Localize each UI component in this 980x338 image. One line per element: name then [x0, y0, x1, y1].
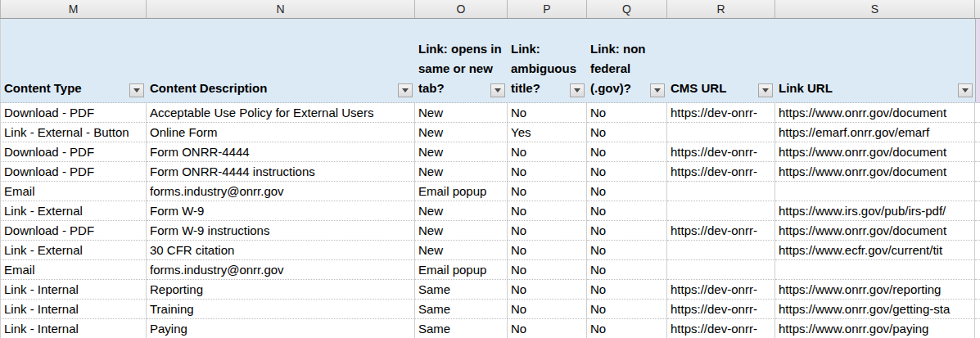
cell-link-nonfederal[interactable]: No — [587, 221, 667, 241]
column-header-o[interactable]: O — [415, 0, 508, 18]
cell-next-column[interactable] — [975, 142, 980, 162]
header-cell-content-description[interactable]: Content Description — [147, 19, 415, 102]
cell-link-nonfederal[interactable]: No — [587, 123, 667, 142]
column-header-next-sliver[interactable] — [975, 0, 980, 18]
cell-content-type[interactable]: Download - PDF — [0, 103, 147, 123]
cell-link-url[interactable] — [775, 260, 975, 280]
cell-link-nonfederal[interactable]: No — [587, 300, 667, 319]
cell-link-ambiguous[interactable]: No — [508, 319, 587, 338]
cell-next-column[interactable] — [975, 182, 980, 201]
cell-next-column[interactable] — [975, 201, 980, 221]
cell-content-description[interactable]: Paying — [147, 319, 415, 338]
column-header-r[interactable]: R — [667, 0, 775, 18]
cell-link-tab[interactable]: New — [415, 123, 508, 142]
cell-link-ambiguous[interactable]: No — [508, 182, 587, 201]
filter-button-link-ambiguous[interactable] — [570, 83, 585, 97]
header-cell-next-column[interactable] — [975, 19, 980, 102]
cell-content-type[interactable]: Email — [0, 182, 147, 201]
cell-next-column[interactable] — [975, 280, 980, 300]
cell-link-nonfederal[interactable]: No — [587, 241, 667, 260]
cell-link-tab[interactable]: Email popup — [415, 260, 508, 280]
cell-link-ambiguous[interactable]: No — [508, 260, 587, 280]
cell-cms-url[interactable] — [667, 182, 775, 201]
cell-link-tab[interactable]: New — [415, 162, 508, 182]
cell-link-tab[interactable]: Same — [415, 319, 508, 338]
filter-button-cms-url[interactable] — [758, 83, 773, 97]
cell-link-url[interactable]: https://www.ecfr.gov/current/tit — [775, 241, 975, 260]
cell-next-column[interactable] — [975, 162, 980, 182]
cell-content-description[interactable]: Online Form — [147, 123, 415, 142]
cell-content-type[interactable]: Download - PDF — [0, 142, 147, 162]
cell-cms-url[interactable]: https://dev-onrr- — [667, 142, 775, 162]
cell-content-type[interactable]: Email — [0, 260, 147, 280]
cell-link-tab[interactable]: New — [415, 241, 508, 260]
cell-link-ambiguous[interactable]: No — [508, 142, 587, 162]
cell-next-column[interactable] — [975, 123, 980, 142]
cell-cms-url[interactable]: https://dev-onrr- — [667, 162, 775, 182]
cell-content-description[interactable]: Training — [147, 300, 415, 319]
cell-link-ambiguous[interactable]: No — [508, 241, 587, 260]
cell-link-url[interactable]: https://emarf.onrr.gov/emarf — [775, 123, 975, 142]
cell-link-url[interactable]: https://www.onrr.gov/paying — [775, 319, 975, 338]
cell-link-ambiguous[interactable]: No — [508, 103, 587, 123]
filter-button-link-tab[interactable] — [490, 83, 505, 97]
cell-content-description[interactable]: forms.industry@onrr.gov — [147, 260, 415, 280]
filter-button-link-nonfederal[interactable] — [650, 83, 665, 97]
cell-link-url[interactable]: https://www.onrr.gov/document — [775, 142, 975, 162]
cell-link-ambiguous[interactable]: No — [508, 280, 587, 300]
header-cell-link-tab[interactable]: Link: opens in same or new tab? — [415, 19, 508, 102]
cell-link-nonfederal[interactable]: No — [587, 142, 667, 162]
cell-next-column[interactable] — [975, 241, 980, 260]
cell-next-column[interactable] — [975, 221, 980, 241]
cell-link-nonfederal[interactable]: No — [587, 260, 667, 280]
cell-link-tab[interactable]: Email popup — [415, 182, 508, 201]
cell-link-nonfederal[interactable]: No — [587, 319, 667, 338]
cell-content-description[interactable]: Form ONRR-4444 — [147, 142, 415, 162]
cell-link-url[interactable]: https://www.onrr.gov/reporting — [775, 280, 975, 300]
cell-link-tab[interactable]: New — [415, 201, 508, 221]
filter-button-content-description[interactable] — [398, 83, 413, 97]
cell-next-column[interactable] — [975, 260, 980, 280]
cell-content-description[interactable]: Form W-9 — [147, 201, 415, 221]
cell-link-tab[interactable]: New — [415, 103, 508, 123]
column-header-q[interactable]: Q — [587, 0, 667, 18]
header-cell-link-url[interactable]: Link URL — [775, 19, 975, 102]
cell-content-description[interactable]: forms.industry@onrr.gov — [147, 182, 415, 201]
cell-cms-url[interactable] — [667, 260, 775, 280]
cell-content-type[interactable]: Download - PDF — [0, 221, 147, 241]
cell-link-url[interactable]: https://www.onrr.gov/document — [775, 103, 975, 123]
cell-link-url[interactable]: https://www.irs.gov/pub/irs-pdf/ — [775, 201, 975, 221]
cell-link-tab[interactable]: New — [415, 221, 508, 241]
cell-content-description[interactable]: Form ONRR-4444 instructions — [147, 162, 415, 182]
cell-content-type[interactable]: Link - External — [0, 201, 147, 221]
cell-content-type[interactable]: Link - Internal — [0, 319, 147, 338]
header-cell-cms-url[interactable]: CMS URL — [667, 19, 775, 102]
cell-content-description[interactable]: Reporting — [147, 280, 415, 300]
cell-content-type[interactable]: Link - Internal — [0, 300, 147, 319]
cell-cms-url[interactable]: https://dev-onrr- — [667, 300, 775, 319]
cell-link-ambiguous[interactable]: No — [508, 300, 587, 319]
cell-link-url[interactable]: https://www.onrr.gov/document — [775, 162, 975, 182]
cell-cms-url[interactable] — [667, 123, 775, 142]
column-header-p[interactable]: P — [508, 0, 587, 18]
column-header-m[interactable]: M — [0, 0, 147, 18]
header-cell-link-nonfederal[interactable]: Link: non federal (.gov)? — [587, 19, 667, 102]
cell-link-ambiguous[interactable]: No — [508, 162, 587, 182]
cell-next-column[interactable] — [975, 300, 980, 319]
cell-cms-url[interactable]: https://dev-onrr- — [667, 319, 775, 338]
column-header-n[interactable]: N — [147, 0, 415, 18]
cell-link-url[interactable] — [775, 182, 975, 201]
header-cell-link-ambiguous[interactable]: Link: ambiguous title? — [508, 19, 587, 102]
header-cell-content-type[interactable]: Content Type — [0, 19, 147, 102]
column-header-s[interactable]: S — [775, 0, 975, 18]
cell-cms-url[interactable]: https://dev-onrr- — [667, 221, 775, 241]
cell-content-type[interactable]: Link - Internal — [0, 280, 147, 300]
cell-next-column[interactable] — [975, 103, 980, 123]
cell-link-nonfederal[interactable]: No — [587, 162, 667, 182]
cell-cms-url[interactable] — [667, 241, 775, 260]
cell-content-description[interactable]: 30 CFR citation — [147, 241, 415, 260]
cell-link-tab[interactable]: Same — [415, 280, 508, 300]
cell-link-url[interactable]: https://www.onrr.gov/getting-sta — [775, 300, 975, 319]
cell-link-tab[interactable]: Same — [415, 300, 508, 319]
cell-content-type[interactable]: Link - External - Button — [0, 123, 147, 142]
